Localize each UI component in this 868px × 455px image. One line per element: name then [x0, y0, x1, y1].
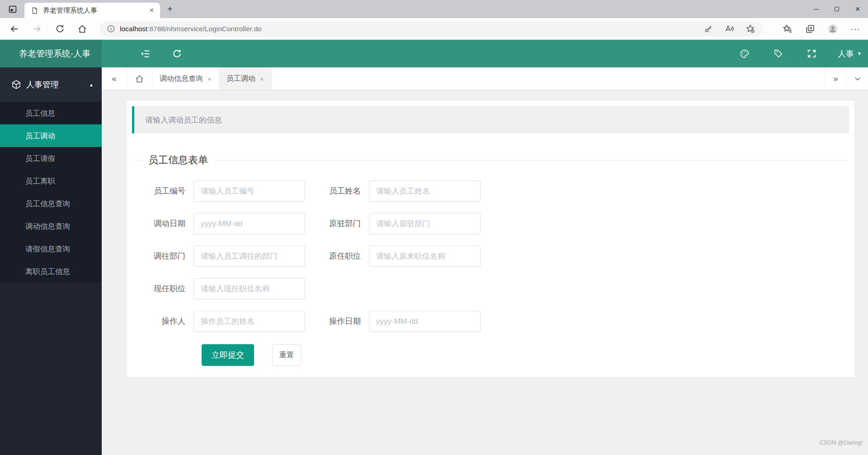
form-row: 调往部门 原任职位 — [132, 246, 849, 267]
app-title: 养老管理系统-人事 — [0, 40, 102, 67]
form-field: 原驻部门 — [305, 213, 481, 234]
favorites-icon[interactable] — [782, 24, 793, 34]
form-field: 员工姓名 — [305, 180, 481, 202]
tabs-scroll-right-icon[interactable]: » — [825, 67, 846, 90]
form-field: 调往部门 — [132, 246, 305, 267]
window-close-button[interactable]: ✕ — [847, 0, 868, 18]
employee-name-input[interactable] — [369, 180, 481, 202]
tag-icon[interactable] — [773, 48, 783, 59]
tab-close-icon[interactable]: × — [208, 75, 212, 83]
field-label: 调往部门 — [132, 246, 193, 267]
field-label: 原驻部门 — [305, 213, 369, 234]
sidebar-item-resigned-employees[interactable]: 离职员工信息 — [0, 260, 102, 283]
browser-tab-title: 养老管理系统人事 — [43, 6, 148, 15]
app-frame: 养老管理系统-人事 人事 ▼ — [0, 40, 868, 455]
cube-icon — [11, 79, 22, 90]
page-tab-label: 员工调动 — [226, 74, 255, 84]
sidebar-item-transfer-query[interactable]: 调动信息查询 — [0, 215, 102, 237]
form-field: 操作日期 — [305, 311, 481, 332]
app-header: 人事 ▼ — [102, 40, 868, 67]
window-controls: ✕ — [806, 0, 868, 18]
transfer-date-input[interactable] — [193, 213, 305, 234]
form-row: 员工编号 员工姓名 — [132, 180, 849, 202]
operator-input[interactable] — [193, 311, 305, 332]
form-divider: 员工信息表单 — [135, 153, 846, 167]
info-alert: 请输入调动员工的信息 — [132, 106, 849, 133]
sidebar-item-employee-leave[interactable]: 员工请假 — [0, 147, 102, 170]
page-tab-label: 调动信息查询 — [160, 74, 203, 84]
form-row: 现任职位 — [132, 278, 849, 299]
employee-id-input[interactable] — [193, 180, 305, 202]
sidebar-submenu: 员工信息 员工调动 员工请假 员工离职 员工信息查询 调动信息查询 请假信息查询… — [0, 102, 102, 283]
maximize-button[interactable] — [826, 0, 847, 18]
page-tab-employee-transfer[interactable]: 员工调动 × — [219, 67, 272, 90]
original-position-input[interactable] — [369, 246, 481, 267]
minimize-button[interactable] — [806, 0, 826, 18]
field-label: 员工姓名 — [305, 180, 369, 202]
password-key-icon[interactable] — [703, 24, 713, 34]
tab-activity-icon[interactable] — [7, 4, 18, 14]
home-icon[interactable] — [77, 24, 88, 34]
sidebar-section-personnel[interactable]: 人事管理 ▲ — [0, 67, 102, 102]
add-favorite-icon[interactable] — [745, 24, 755, 34]
sidebar-item-employee-info-query[interactable]: 员工信息查询 — [0, 192, 102, 215]
site-info-icon[interactable] — [107, 24, 115, 33]
browser-toolbar: localhost:8788/nhmservice/LoginControlle… — [0, 18, 868, 40]
sidebar-item-leave-query[interactable]: 请假信息查询 — [0, 237, 102, 260]
addressbar-actions — [693, 24, 755, 34]
form-row: 操作人 操作日期 — [132, 311, 849, 332]
sidebar-section-label: 人事管理 — [26, 79, 59, 90]
original-department-input[interactable] — [369, 213, 481, 234]
tabs-collapse-icon[interactable] — [846, 67, 868, 90]
field-label: 现任职位 — [132, 278, 193, 299]
user-name: 人事 — [838, 48, 854, 59]
menu-fold-icon[interactable] — [140, 48, 151, 59]
submit-button[interactable]: 立即提交 — [202, 344, 254, 366]
sidebar-item-employee-resign[interactable]: 员工离职 — [0, 170, 102, 192]
tabs-home-icon[interactable] — [127, 67, 152, 90]
form-field: 员工编号 — [132, 180, 305, 202]
tab-close-icon[interactable]: × — [148, 6, 156, 14]
alert-text: 请输入调动员工的信息 — [145, 115, 222, 125]
watermark: CSDN @Daring! — [819, 439, 863, 446]
form-field: 操作人 — [132, 311, 305, 332]
current-position-input[interactable] — [193, 278, 305, 299]
form-field: 调动日期 — [132, 213, 305, 234]
header-actions: 人事 ▼ — [717, 48, 862, 59]
field-label: 原任职位 — [305, 246, 369, 267]
page-tab-transfer-query[interactable]: 调动信息查询 × — [152, 67, 219, 90]
form-field: 现任职位 — [132, 278, 305, 299]
form-row: 调动日期 原驻部门 — [132, 213, 849, 234]
form-actions: 立即提交 重置 — [132, 344, 849, 366]
operation-date-input[interactable] — [369, 311, 481, 332]
sidebar: 人事管理 ▲ 员工信息 员工调动 员工请假 员工离职 员工信息查询 调动信息查询… — [0, 67, 102, 455]
more-icon[interactable]: ··· — [850, 24, 861, 34]
tab-close-icon[interactable]: × — [260, 75, 264, 83]
tabs-scroll-left-icon[interactable]: « — [102, 67, 127, 90]
page-refresh-icon[interactable] — [171, 48, 182, 59]
user-menu[interactable]: 人事 ▼ — [838, 48, 862, 59]
page-icon — [31, 7, 38, 14]
refresh-icon[interactable] — [54, 24, 65, 34]
field-label: 操作人 — [132, 311, 193, 332]
toolbar-actions: ··· — [770, 24, 861, 34]
back-icon[interactable] — [9, 24, 20, 34]
target-department-input[interactable] — [193, 246, 305, 267]
form-title: 员工信息表单 — [142, 153, 214, 167]
fullscreen-icon[interactable] — [806, 48, 817, 59]
tabbar-end-controls: » — [825, 67, 868, 90]
profile-avatar[interactable] — [827, 24, 838, 34]
sidebar-item-employee-info[interactable]: 员工信息 — [0, 102, 102, 124]
new-tab-icon[interactable]: + — [167, 4, 173, 14]
read-aloud-icon[interactable] — [724, 24, 734, 34]
browser-tabstrip: 养老管理系统人事 × + ✕ — [0, 0, 868, 18]
address-bar[interactable]: localhost:8788/nhmservice/LoginControlle… — [99, 21, 762, 37]
forward-icon[interactable] — [32, 24, 42, 34]
palette-icon[interactable] — [739, 48, 750, 59]
field-label: 调动日期 — [132, 213, 193, 234]
collections-icon[interactable] — [805, 24, 816, 34]
caret-up-icon: ▲ — [89, 82, 94, 87]
sidebar-item-employee-transfer[interactable]: 员工调动 — [0, 124, 102, 147]
reset-button[interactable]: 重置 — [272, 344, 301, 366]
browser-tab[interactable]: 养老管理系统人事 × — [24, 3, 160, 18]
